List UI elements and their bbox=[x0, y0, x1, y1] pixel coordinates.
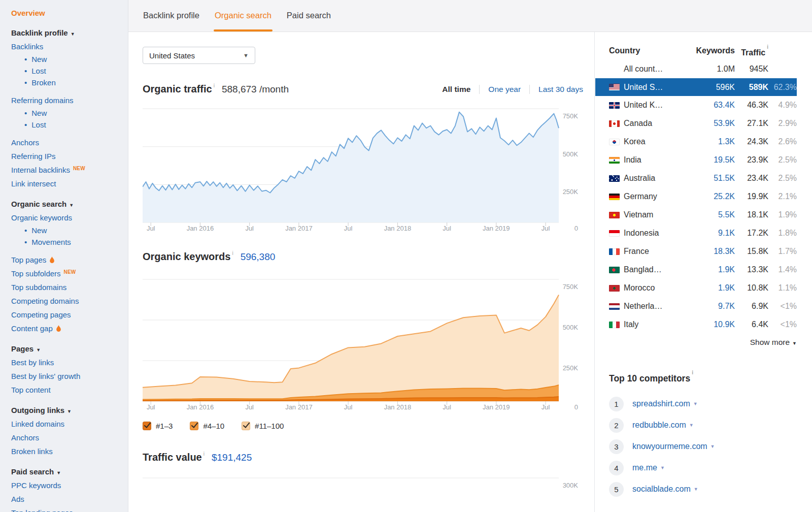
country-row-korea[interactable]: Korea1.3K24.3K2.6% bbox=[595, 133, 797, 151]
country-row-all-count[interactable]: All count…1.0M945K bbox=[595, 60, 797, 78]
sidebar-item-top-subdomains[interactable]: Top subdomains bbox=[11, 280, 128, 294]
checkbox-checked-icon[interactable] bbox=[143, 422, 151, 430]
sidebar-item-internal-backlinks[interactable]: Internal backlinksNEW bbox=[11, 163, 128, 177]
chevron-down-icon[interactable]: ▼ bbox=[694, 487, 698, 492]
sidebar-item-top-subfolders[interactable]: Top subfoldersNEW bbox=[11, 267, 128, 280]
chevron-down-icon[interactable]: ▼ bbox=[689, 423, 694, 428]
checkbox-checked-icon[interactable] bbox=[242, 422, 250, 430]
info-icon[interactable]: i bbox=[692, 370, 693, 375]
range-all-time[interactable]: All time bbox=[442, 85, 470, 94]
country-row-germany[interactable]: Germany25.2K19.9K2.1% bbox=[595, 187, 797, 206]
sidebar-item-overview[interactable]: Overview bbox=[11, 7, 128, 19]
sidebar-item-new[interactable]: New bbox=[11, 225, 128, 236]
country-row-vietnam[interactable]: Vietnam5.5K18.1K1.9% bbox=[595, 206, 797, 224]
keywords-value[interactable]: 1.9K bbox=[688, 283, 735, 293]
country-row-australia[interactable]: Australia51.5K23.4K2.5% bbox=[595, 169, 797, 187]
competitor-link[interactable]: spreadshirt.com bbox=[632, 399, 690, 408]
sidebar-item-top-pages[interactable]: Top pages bbox=[11, 253, 128, 267]
sidebar-item-competing-pages[interactable]: Competing pages bbox=[11, 308, 128, 322]
range-last-30-days[interactable]: Last 30 days bbox=[538, 85, 583, 94]
show-more-button[interactable]: Show more▼ bbox=[609, 338, 797, 347]
keywords-value[interactable]: 596K bbox=[688, 83, 735, 92]
competitor-link[interactable]: socialblade.com bbox=[632, 485, 691, 494]
sidebar-item-ppc-keywords[interactable]: PPC keywords bbox=[11, 478, 128, 492]
traffic-value-link[interactable]: $191,425 bbox=[212, 452, 252, 463]
sidebar-item-pages[interactable]: Pages▼ bbox=[11, 342, 128, 356]
chevron-down-icon[interactable]: ▼ bbox=[660, 465, 665, 470]
info-icon[interactable]: i bbox=[767, 44, 768, 50]
keywords-value[interactable]: 1.9K bbox=[688, 265, 735, 274]
competitor-link[interactable]: redbubble.com bbox=[632, 421, 686, 430]
country-row-morocco[interactable]: Morocco1.9K10.8K1.1% bbox=[595, 279, 797, 297]
sidebar-item-lost[interactable]: Lost bbox=[11, 65, 128, 77]
keywords-value[interactable]: 1.3K bbox=[688, 137, 735, 146]
sidebar-item-referring-domains[interactable]: Referring domains bbox=[11, 93, 128, 107]
sidebar-item-new[interactable]: New bbox=[11, 53, 128, 65]
sidebar-item-anchors[interactable]: Anchors bbox=[11, 136, 128, 149]
legend-positions-11-100[interactable]: #11–100 bbox=[242, 422, 284, 430]
column-keywords[interactable]: Keywords bbox=[688, 45, 735, 57]
sidebar-item-competing-domains[interactable]: Competing domains bbox=[11, 294, 128, 308]
sidebar-item-ads[interactable]: Ads bbox=[11, 492, 128, 506]
sidebar-item-link-intersect[interactable]: Link intersect bbox=[11, 177, 128, 190]
competitor-link[interactable]: me.me bbox=[632, 463, 657, 472]
tab-organic-search[interactable]: Organic search bbox=[214, 0, 273, 31]
country-row-netherla[interactable]: Netherla…9.7K6.9K<1% bbox=[595, 297, 797, 315]
competitor-link[interactable]: knowyourmeme.com bbox=[632, 442, 707, 451]
chevron-down-icon[interactable]: ▼ bbox=[693, 401, 698, 406]
sidebar-item-broken-links[interactable]: Broken links bbox=[11, 444, 128, 458]
info-icon[interactable]: i bbox=[204, 451, 205, 457]
chevron-down-icon[interactable]: ▼ bbox=[710, 444, 715, 449]
keywords-value[interactable]: 10.9K bbox=[688, 320, 735, 329]
sidebar-item-content-gap[interactable]: Content gap bbox=[11, 322, 128, 335]
country-row-banglad[interactable]: Banglad…1.9K13.3K1.4% bbox=[595, 261, 797, 279]
sidebar-item-best-by-links[interactable]: Best by links bbox=[11, 356, 128, 369]
organic-keywords-count-link[interactable]: 596,380 bbox=[241, 251, 276, 263]
sidebar-item-top-landing-pages[interactable]: Top landing pages bbox=[11, 506, 128, 512]
sidebar-item-paid-search[interactable]: Paid search▼ bbox=[11, 465, 128, 478]
sidebar-item-linked-domains[interactable]: Linked domains bbox=[11, 417, 128, 431]
sidebar-item-anchors[interactable]: Anchors bbox=[11, 431, 128, 444]
sidebar-item-backlink-profile[interactable]: Backlink profile▼ bbox=[11, 26, 128, 40]
tab-backlink-profile[interactable]: Backlink profile bbox=[142, 0, 200, 31]
country-row-italy[interactable]: Italy10.9K6.4K<1% bbox=[595, 315, 797, 334]
country-row-canada[interactable]: Canada53.9K27.1K2.9% bbox=[595, 114, 797, 133]
sidebar-item-best-by-links-growth[interactable]: Best by links' growth bbox=[11, 369, 128, 383]
keywords-value[interactable]: 18.3K bbox=[688, 247, 735, 256]
keywords-value[interactable]: 1.0M bbox=[688, 65, 735, 74]
sidebar-item-top-content[interactable]: Top content bbox=[11, 383, 128, 397]
legend-positions-1-3[interactable]: #1–3 bbox=[143, 422, 173, 430]
organic-keywords-chart[interactable]: JulJan 2016JulJan 2017JulJan 2018JulJan … bbox=[143, 274, 584, 414]
traffic-value-chart[interactable]: 300K bbox=[143, 471, 584, 496]
checkbox-checked-icon[interactable] bbox=[190, 422, 198, 430]
keywords-value[interactable]: 5.5K bbox=[688, 210, 735, 219]
keywords-value[interactable]: 53.9K bbox=[688, 119, 735, 128]
sidebar-item-broken[interactable]: Broken bbox=[11, 77, 128, 88]
keywords-value[interactable]: 63.4K bbox=[688, 101, 735, 110]
keywords-value[interactable]: 9.1K bbox=[688, 229, 735, 238]
keywords-value[interactable]: 25.2K bbox=[688, 192, 735, 201]
country-row-indonesia[interactable]: Indonesia9.1K17.2K1.8% bbox=[595, 224, 797, 242]
organic-traffic-chart[interactable]: JulJan 2016JulJan 2017JulJan 2018JulJan … bbox=[143, 103, 584, 234]
sidebar-item-backlinks[interactable]: Backlinks bbox=[11, 40, 128, 53]
keywords-value[interactable]: 51.5K bbox=[688, 174, 735, 183]
keywords-value[interactable]: 19.5K bbox=[688, 155, 735, 165]
sidebar-item-new[interactable]: New bbox=[11, 107, 128, 119]
column-country[interactable]: Country bbox=[609, 45, 688, 57]
info-icon[interactable]: i bbox=[232, 250, 233, 256]
sidebar-item-outgoing-links[interactable]: Outgoing links▼ bbox=[11, 404, 128, 417]
sidebar-item-referring-ips[interactable]: Referring IPs bbox=[11, 149, 128, 163]
info-icon[interactable]: i bbox=[214, 83, 215, 88]
sidebar-item-organic-search[interactable]: Organic search▼ bbox=[11, 198, 128, 211]
sidebar-item-lost[interactable]: Lost bbox=[11, 119, 128, 131]
country-row-united-s[interactable]: United S…596K589K62.3% bbox=[595, 78, 797, 96]
sidebar-item-organic-keywords[interactable]: Organic keywords bbox=[11, 211, 128, 225]
sidebar-item-movements[interactable]: Movements bbox=[11, 236, 128, 248]
legend-positions-4-10[interactable]: #4–10 bbox=[190, 422, 224, 430]
country-row-india[interactable]: India19.5K23.9K2.5% bbox=[595, 151, 797, 169]
country-selector[interactable]: United States ▼ bbox=[143, 47, 255, 64]
country-row-united-k[interactable]: United K…63.4K46.3K4.9% bbox=[595, 96, 797, 114]
country-row-france[interactable]: France18.3K15.8K1.7% bbox=[595, 242, 797, 261]
column-traffic[interactable]: Traffici bbox=[735, 45, 768, 57]
keywords-value[interactable]: 9.7K bbox=[688, 302, 735, 311]
